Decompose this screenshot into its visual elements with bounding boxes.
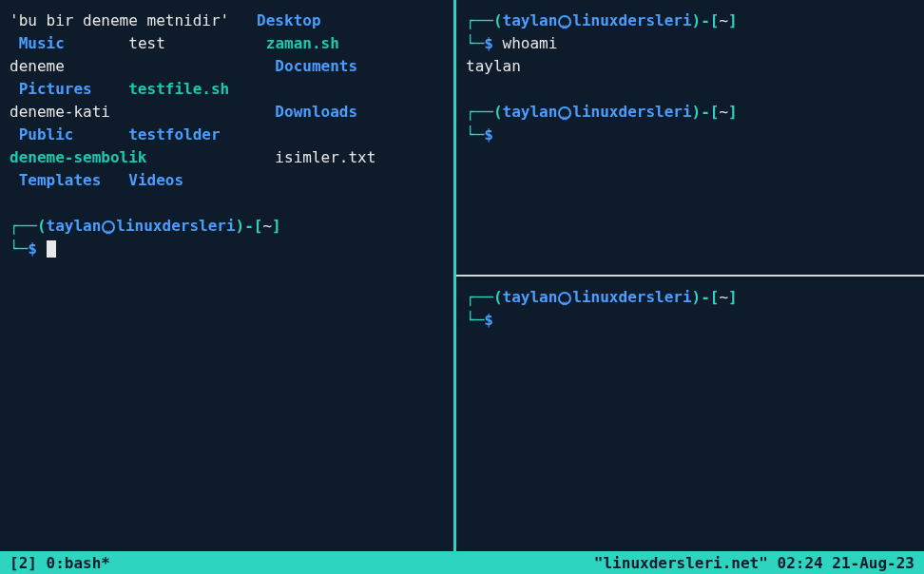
ls-row: 'bu bir deneme metnidir' Desktop (10, 10, 444, 32)
right-panes: ┌──(taylanlinuxdersleri)-[~] └─$ whoami … (456, 0, 924, 551)
blank-line (466, 78, 914, 101)
ls-row: Templates Videos (10, 169, 444, 192)
prompt-line-1: ┌──(taylanlinuxdersleri)-[~] (466, 101, 914, 124)
prompt-line-2[interactable]: └─$ (466, 309, 914, 332)
ls-row: deneme-kati Downloads (10, 101, 444, 124)
status-left: [2] 0:bash* (10, 554, 110, 572)
cursor (47, 240, 56, 258)
left-pane[interactable]: 'bu bir deneme metnidir' Desktop Music t… (0, 0, 456, 551)
prompt-line-1: ┌──(taylanlinuxdersleri)-[~] (10, 215, 444, 238)
ls-row: Pictures testfile.sh (10, 78, 444, 101)
kali-icon (558, 292, 571, 305)
command-output: taylan (466, 55, 914, 78)
ls-row: deneme-sembolik isimler.txt (10, 146, 444, 169)
ls-row: Music test zaman.sh (10, 32, 444, 55)
kali-icon (558, 15, 571, 29)
prompt-line-1: ┌──(taylanlinuxdersleri)-[~] (466, 10, 914, 32)
prompt-line-2[interactable]: └─$ (10, 238, 444, 260)
status-right: "linuxdersleri.net" 02:24 21-Aug-23 (594, 554, 914, 572)
right-top-pane[interactable]: ┌──(taylanlinuxdersleri)-[~] └─$ whoami … (456, 0, 924, 277)
prompt-line-1: ┌──(taylanlinuxdersleri)-[~] (466, 286, 914, 309)
tmux-panes: 'bu bir deneme metnidir' Desktop Music t… (0, 0, 924, 551)
tmux-status-bar: [2] 0:bash* "linuxdersleri.net" 02:24 21… (0, 551, 924, 574)
kali-icon (102, 220, 115, 234)
kali-icon (558, 106, 571, 120)
ls-row: deneme Documents (10, 55, 444, 78)
ls-row: Public testfolder (10, 124, 444, 146)
blank-line (10, 192, 444, 215)
prompt-line-2[interactable]: └─$ (466, 124, 914, 146)
prompt-line-2: └─$ whoami (466, 32, 914, 55)
right-bottom-pane[interactable]: ┌──(taylanlinuxdersleri)-[~] └─$ (456, 277, 924, 551)
